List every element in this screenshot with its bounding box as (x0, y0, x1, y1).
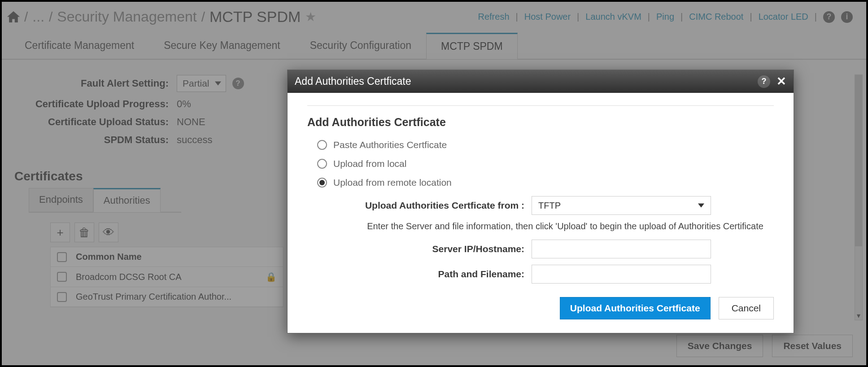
cert-table: Common Name Broadcom DCSG Root CA 🔒 GeoT… (50, 247, 284, 307)
chevron-down-icon (215, 82, 221, 86)
server-ip-input[interactable] (532, 240, 711, 258)
tab-certificate-management[interactable]: Certificate Management (10, 33, 149, 59)
scroll-down-icon[interactable]: ▾ (855, 310, 862, 321)
modal-close-icon[interactable]: ✕ (776, 74, 786, 88)
save-changes-button[interactable]: Save Changes (676, 335, 763, 357)
tab-secure-key-management[interactable]: Secure Key Management (149, 33, 295, 59)
subtab-endpoints[interactable]: Endpoints (29, 188, 93, 212)
modal-header: Add Authorities Certficate ? ✕ (288, 70, 794, 93)
action-ping[interactable]: Ping (656, 12, 674, 22)
info-icon[interactable]: i (841, 11, 853, 23)
col-common-name: Common Name (76, 252, 142, 262)
tab-mctp-spdm[interactable]: MCTP SPDM (426, 33, 518, 59)
subtab-authorities[interactable]: Authorities (93, 188, 161, 212)
action-host-power[interactable]: Host Power (524, 12, 571, 22)
header-bar: / ... / Security Management / MCTP SPDM … (2, 2, 866, 28)
breadcrumb: / ... / Security Management / MCTP SPDM … (7, 8, 316, 26)
fault-alert-select[interactable]: Partial (177, 75, 226, 92)
add-cert-button[interactable]: + (50, 223, 70, 242)
add-authorities-modal: Add Authorities Certficate ? ✕ Add Autho… (287, 70, 794, 333)
path-filename-input[interactable] (532, 265, 711, 284)
cancel-button[interactable]: Cancel (719, 297, 774, 319)
delete-cert-button[interactable]: 🗑 (74, 223, 94, 242)
upload-cert-button[interactable]: Upload Authorities Certficate (560, 297, 711, 319)
action-locator-led[interactable]: Locator LED (759, 12, 808, 22)
breadcrumb-current: MCTP SPDM (209, 8, 301, 26)
row-checkbox[interactable] (57, 292, 67, 302)
header-actions: Refresh| Host Power| Launch vKVM| Ping| … (478, 11, 853, 23)
radio-icon (317, 178, 327, 188)
radio-label: Paste Authorities Certficate (333, 140, 447, 150)
breadcrumb-ellipsis[interactable]: ... (32, 9, 44, 25)
modal-heading: Add Authorities Certficate (307, 116, 774, 129)
radio-label: Upload from local (333, 158, 406, 169)
path-filename-label: Path and Filename: (307, 269, 532, 280)
spdm-status-value: success (177, 134, 212, 146)
radio-label: Upload from remote location (333, 177, 452, 188)
action-refresh[interactable]: Refresh (478, 12, 510, 22)
vertical-scrollbar[interactable]: ▴ ▾ (855, 74, 863, 320)
table-row[interactable]: GeoTrust Primary Certification Author... (51, 287, 283, 307)
scrollbar-thumb[interactable] (855, 75, 862, 246)
page-footer: Save Changes Reset Values (676, 335, 853, 357)
help-icon[interactable]: ? (823, 11, 835, 23)
cert-subtabs: Endpoints Authorities (29, 188, 181, 213)
modal-title: Add Authorities Certficate (295, 75, 411, 87)
favorite-star-icon[interactable]: ★ (305, 9, 316, 24)
help-icon[interactable]: ? (232, 78, 244, 89)
radio-icon (317, 140, 327, 150)
table-header-row: Common Name (51, 247, 283, 267)
view-cert-button[interactable]: 👁 (99, 223, 118, 242)
fault-alert-label: Fault Alert Setting: (15, 78, 177, 89)
upload-hint: Enter the Server and file information, t… (357, 221, 774, 232)
cert-name: Broadcom DCSG Root CA (76, 272, 182, 282)
upload-from-select[interactable]: TFTP (532, 196, 711, 215)
breadcrumb-sep: / (49, 9, 52, 25)
upload-progress-label: Certificate Upload Progress: (15, 98, 177, 110)
home-icon[interactable] (7, 11, 20, 22)
row-checkbox[interactable] (57, 272, 67, 282)
modal-help-icon[interactable]: ? (758, 75, 770, 88)
breadcrumb-sep: / (24, 9, 28, 25)
select-all-checkbox[interactable] (57, 252, 67, 262)
upload-progress-value: 0% (177, 98, 191, 110)
upload-status-label: Certificate Upload Status: (15, 116, 177, 128)
fault-alert-value: Partial (183, 78, 209, 89)
cert-name: GeoTrust Primary Certification Author... (76, 292, 231, 302)
main-tabs: Certificate Management Secure Key Manage… (2, 33, 866, 60)
radio-upload-local[interactable]: Upload from local (317, 158, 774, 169)
server-ip-label: Server IP/Hostname: (307, 244, 532, 254)
lock-icon: 🔒 (266, 271, 277, 282)
spdm-status-label: SPDM Status: (15, 134, 177, 146)
breadcrumb-sep: / (201, 9, 205, 25)
upload-from-label: Upload Authorities Certficate from : (307, 200, 532, 211)
radio-icon (317, 159, 327, 169)
chevron-down-icon (698, 204, 704, 208)
radio-paste-cert[interactable]: Paste Authorities Certficate (317, 140, 774, 150)
radio-upload-remote[interactable]: Upload from remote location (317, 177, 774, 188)
modal-footer: Upload Authorities Certficate Cancel (307, 297, 774, 319)
upload-status-value: NONE (177, 116, 205, 128)
action-cimc-reboot[interactable]: CIMC Reboot (689, 12, 743, 22)
breadcrumb-parent[interactable]: Security Management (57, 9, 196, 25)
upload-from-value: TFTP (538, 201, 561, 211)
reset-values-button[interactable]: Reset Values (772, 335, 853, 357)
tab-security-configuration[interactable]: Security Configuration (295, 33, 426, 59)
table-row[interactable]: Broadcom DCSG Root CA 🔒 (51, 267, 283, 287)
action-launch-vkvm[interactable]: Launch vKVM (585, 12, 641, 22)
modal-body: Add Authorities Certficate Paste Authori… (288, 93, 794, 333)
